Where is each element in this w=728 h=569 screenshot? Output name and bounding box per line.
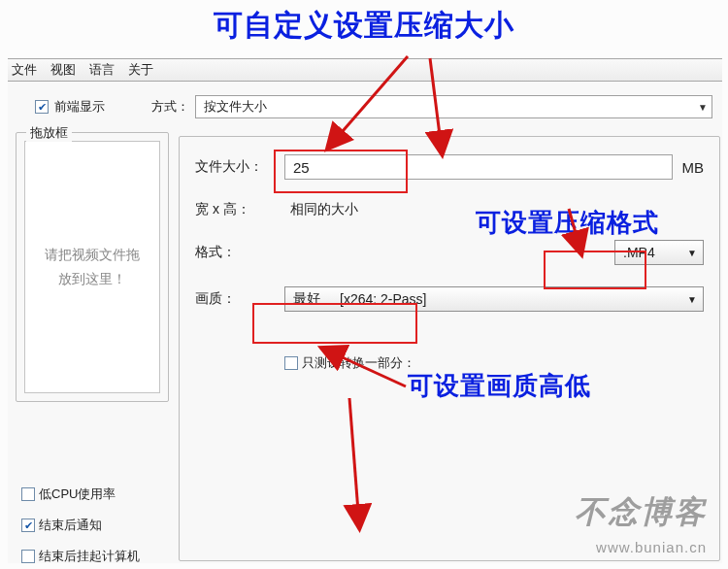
low-cpu-checkbox[interactable]: [21, 487, 35, 501]
wh-label: 宽 x 高：: [195, 201, 284, 218]
mode-select[interactable]: 按文件大小 ▼: [195, 95, 712, 118]
drop-group: 拖放框 请把视频文件拖 放到这里！: [16, 132, 169, 402]
notify-checkbox[interactable]: [21, 519, 35, 532]
format-row: 格式： .MP4 ▼: [195, 240, 704, 265]
menu-bar: 文件 视图 语言 关于: [8, 58, 722, 82]
quality-value-1: 最好: [293, 290, 320, 308]
annotation-top: 可自定义设置压缩大小: [0, 6, 728, 46]
suspend-label: 结束后挂起计算机: [39, 548, 140, 565]
quality-row: 画质： 最好 [x264: 2-Pass] ▼: [195, 286, 704, 312]
options-list: 低CPU使用率 结束后通知 结束后挂起计算机: [16, 485, 169, 565]
left-column: 拖放框 请把视频文件拖 放到这里！ 低CPU使用率 结束后通知 结束后挂起计算机: [8, 128, 173, 563]
notify-label: 结束后通知: [39, 517, 102, 534]
mode-select-value: 按文件大小: [204, 98, 267, 116]
drop-group-title: 拖放框: [26, 124, 72, 142]
file-size-row: 文件大小： 25 MB: [195, 154, 704, 180]
watermark-logo: 不念博客: [575, 491, 707, 534]
test-convert-checkbox[interactable]: [284, 356, 298, 370]
drop-target[interactable]: 请把视频文件拖 放到这里！: [24, 141, 160, 393]
chevron-down-icon: ▼: [698, 102, 708, 113]
watermark-url: www.bunian.cn: [596, 539, 707, 555]
front-display-checkbox[interactable]: [35, 100, 49, 114]
file-size-value: 25: [293, 159, 310, 176]
menu-about[interactable]: 关于: [128, 61, 153, 79]
top-row: 前端显示 方式： 按文件大小 ▼: [8, 82, 722, 124]
format-value: .MP4: [623, 245, 655, 260]
chevron-down-icon: ▼: [687, 294, 697, 305]
file-size-label: 文件大小：: [195, 158, 284, 176]
menu-file[interactable]: 文件: [12, 61, 37, 79]
quality-value-2: [x264: 2-Pass]: [340, 291, 427, 307]
low-cpu-label: 低CPU使用率: [39, 485, 116, 503]
drop-hint-line1: 请把视频文件拖: [45, 243, 140, 267]
test-convert-label: 只测试转换一部分：: [302, 354, 415, 372]
annotation-quality: 可设置画质高低: [408, 369, 591, 403]
wh-value: 相同的大小: [284, 201, 358, 218]
file-size-unit: MB: [682, 159, 705, 176]
chevron-down-icon: ▼: [687, 248, 697, 258]
annotation-format: 可设置压缩格式: [476, 206, 728, 240]
quality-select[interactable]: 最好 [x264: 2-Pass] ▼: [284, 286, 704, 312]
file-size-input[interactable]: 25: [284, 154, 673, 180]
menu-view[interactable]: 视图: [50, 61, 76, 79]
format-label: 格式：: [195, 244, 284, 261]
format-select[interactable]: .MP4 ▼: [614, 240, 704, 265]
mode-label: 方式：: [151, 98, 189, 116]
suspend-checkbox[interactable]: [21, 550, 35, 563]
menu-language[interactable]: 语言: [89, 61, 115, 79]
front-display-label: 前端显示: [54, 98, 105, 116]
drop-hint-line2: 放到这里！: [45, 267, 140, 291]
quality-label: 画质：: [195, 290, 284, 308]
